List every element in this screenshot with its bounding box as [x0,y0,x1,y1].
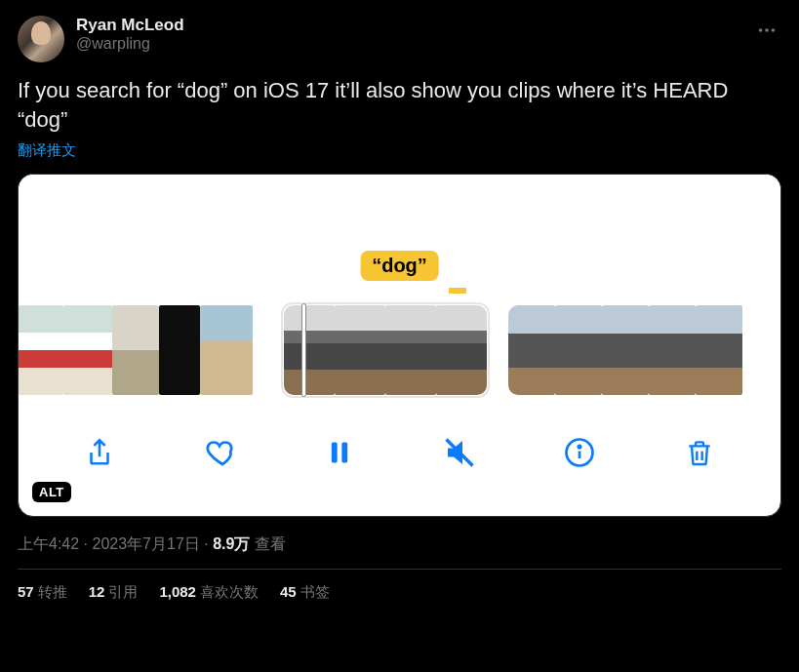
handle: @warpling [76,35,740,53]
svg-rect-4 [341,443,347,463]
share-icon [83,436,116,469]
likes-stat[interactable]: 1,082喜欢次数 [159,583,259,602]
tweet-container: Ryan McLeod @warpling If you search for … [0,0,799,602]
like-button[interactable] [195,428,244,477]
info-button[interactable] [555,428,604,477]
tweet-time[interactable]: 上午4:42 [18,535,79,552]
thumbnail [555,305,602,395]
thumbnail [385,305,436,395]
tweet-header: Ryan McLeod @warpling [18,16,781,62]
svg-point-0 [759,28,763,32]
thumbnail [284,305,335,395]
delete-button[interactable] [675,428,724,477]
trash-icon [684,435,715,470]
thumbnail [159,305,200,395]
info-icon [562,435,597,470]
thumbnail [200,305,253,395]
search-term-badge: “dog” [360,251,439,281]
pause-icon [326,436,353,469]
speaker-muted-icon [442,435,477,470]
svg-rect-3 [332,443,338,463]
thumbnail [19,305,63,395]
thumbnail [602,305,649,395]
tweet-meta: 上午4:42 · 2023年7月17日 · 8.9万 查看 [18,534,781,555]
media-top-area: “dog” [19,175,780,301]
views-count: 8.9万 [213,535,250,552]
playhead[interactable] [301,303,306,397]
clip-group-3 [508,305,742,395]
more-options-button[interactable] [752,16,781,45]
thumbnail [436,305,487,395]
tweet-stats: 57转推 12引用 1,082喜欢次数 45书签 [18,570,781,602]
retweets-stat[interactable]: 57转推 [18,583,67,602]
avatar[interactable] [18,16,64,62]
translate-link[interactable]: 翻译推文 [18,141,76,160]
clip-group-1 [19,305,253,395]
share-button[interactable] [75,428,124,477]
thumbnail [649,305,696,395]
video-timeline[interactable] [19,301,780,399]
thumbnail [696,305,742,395]
media-card[interactable]: “dog” [18,174,781,517]
bookmarks-stat[interactable]: 45书签 [280,583,330,602]
timeline-marker [449,288,466,294]
more-icon [756,20,778,41]
author-names[interactable]: Ryan McLeod @warpling [76,16,740,53]
pause-button[interactable] [315,428,364,477]
clip-group-2-active [284,305,487,395]
thumbnail [112,305,159,395]
tweet-date[interactable]: 2023年7月17日 [92,535,199,552]
quotes-stat[interactable]: 12引用 [89,583,139,602]
svg-point-1 [765,28,769,32]
thumbnail [335,305,385,395]
svg-point-8 [579,446,580,448]
mute-button[interactable] [435,428,484,477]
thumbnail [63,305,112,395]
svg-point-2 [772,28,776,32]
thumbnail [508,305,555,395]
heart-icon [202,435,237,470]
tweet-text: If you search for “dog” on iOS 17 it’ll … [18,76,781,134]
views-label: 查看 [250,535,285,552]
display-name: Ryan McLeod [76,16,740,35]
media-toolbar [19,399,780,516]
alt-badge[interactable]: ALT [32,482,71,502]
